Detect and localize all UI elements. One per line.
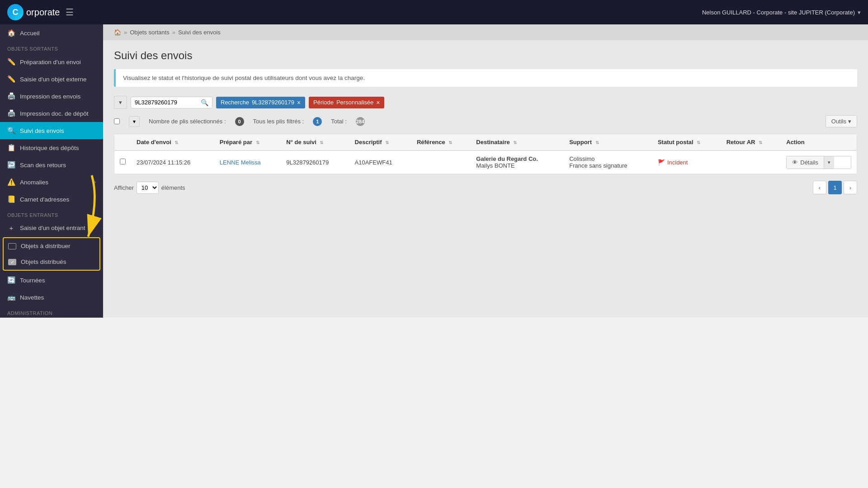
sidebar-item-preparation[interactable]: ✏️ Préparation d'un envoi: [0, 53, 103, 70]
sidebar-item-tournees[interactable]: 🔄 Tournées: [0, 272, 103, 289]
sidebar-item-impression-envois[interactable]: 🖨️ Impression des envois: [0, 88, 103, 105]
th-date[interactable]: Date d'envoi ⇅: [131, 134, 214, 150]
date-value: 23/07/2024 11:15:26: [137, 159, 190, 166]
filter-recherche-close[interactable]: ×: [297, 99, 301, 106]
sidebar-label-impression-envois: Impression des envois: [20, 93, 80, 100]
sidebar-item-saisie-entrant[interactable]: + Saisie d'un objet entrant: [0, 220, 103, 236]
breadcrumb-suivi-envois: Suivi des envois: [178, 29, 221, 36]
th-prepare[interactable]: Préparé par ⇅: [214, 134, 281, 150]
logo-text: orporate: [26, 7, 60, 18]
filter-periode-value: Personnalisée: [336, 99, 373, 106]
warning-icon: ⚠️: [7, 178, 15, 186]
breadcrumb-sep1: »: [124, 29, 127, 36]
sidebar-item-objets-distribues[interactable]: ✓ Objets distribués: [4, 254, 99, 270]
sidebar-item-accueil[interactable]: 🏠 Accueil: [0, 24, 103, 42]
main-content: 🏠 » Objets sortants » Suivi des envois S…: [103, 24, 868, 318]
outils-btn[interactable]: Outils ▾: [826, 115, 857, 127]
sidebar-label-objets-distribuer: Objets à distribuer: [21, 243, 71, 249]
navbar-left: C orporate ☰: [7, 4, 74, 20]
hamburger-menu[interactable]: ☰: [66, 7, 74, 18]
section-administration: ADMINISTRATION: [0, 306, 103, 318]
stats-bar: ▾ Nombre de plis sélectionnés : 0 Tous l…: [114, 115, 857, 127]
breadcrumb-home-icon[interactable]: 🏠: [114, 29, 121, 36]
th-descriptif[interactable]: Descriptif ⇅: [349, 134, 411, 150]
row-support: Colissimo France sans signature: [564, 150, 652, 174]
row-numero: 9L32879260179: [281, 150, 349, 174]
th-support[interactable]: Support ⇅: [564, 134, 652, 150]
select-all-checkbox[interactable]: [114, 118, 120, 124]
data-table: Date d'envoi ⇅ Préparé par ⇅ N° de suivi…: [114, 134, 857, 174]
sidebar-label-navettes: Navettes: [20, 294, 44, 301]
th-numero[interactable]: N° de suivi ⇅: [281, 134, 349, 150]
search-bar: ▾ 🔍 Recherche 9L32879260179 × Période Pe…: [114, 96, 857, 109]
row-action: 👁 Détails ▾: [781, 150, 857, 174]
sidebar-item-historique[interactable]: 📋 Historique des dépôts: [0, 139, 103, 156]
details-button[interactable]: 👁 Détails: [787, 156, 824, 169]
support-line1: Colissimo: [569, 155, 594, 162]
sidebar-item-scan-retours[interactable]: ↩️ Scan des retours: [0, 156, 103, 174]
page-title: Suivi des envois: [114, 49, 857, 62]
th-action: Action: [781, 134, 857, 150]
afficher-select[interactable]: 10 25 50: [137, 182, 159, 194]
logo[interactable]: C orporate: [7, 4, 60, 20]
sidebar-item-anomalies[interactable]: ⚠️ Anomalies ›: [0, 174, 103, 191]
sidebar-label-anomalies: Anomalies: [20, 179, 48, 186]
table-body: 23/07/2024 11:15:26 LENNE Melissa 9L3287…: [114, 150, 857, 174]
search-input-wrap: 🔍: [131, 97, 212, 108]
filter-periode-close[interactable]: ×: [376, 99, 380, 106]
details-caret-button[interactable]: ▾: [824, 156, 834, 169]
description-text: Visualisez le statut et l'historique de …: [123, 75, 365, 81]
breadcrumb-sep2: »: [172, 29, 175, 36]
filter-periode: Période Personnalisée ×: [309, 97, 384, 108]
total-badge: 284: [356, 117, 365, 126]
home-icon: 🏠: [7, 29, 15, 37]
history-icon: 📋: [7, 144, 15, 152]
row-checkbox[interactable]: [120, 159, 126, 164]
checkbox-distribues-icon: ✓: [8, 259, 16, 265]
breadcrumb: 🏠 » Objets sortants » Suivi des envois: [103, 24, 868, 40]
th-checkbox: [114, 134, 131, 150]
table: Date d'envoi ⇅ Préparé par ⇅ N° de suivi…: [114, 134, 857, 174]
user-name: Nelson GUILLARD - Corporate - site JUPIT…: [702, 9, 855, 16]
th-reference[interactable]: Référence ⇅: [411, 134, 471, 150]
sidebar-item-saisie-externe[interactable]: ✏️ Saisie d'un objet externe: [0, 70, 103, 88]
details-label: Détails: [800, 159, 818, 166]
print-icon: 🖨️: [7, 92, 15, 100]
sidebar-item-suivi-envois[interactable]: 🔍 Suivi des envois: [0, 122, 103, 139]
th-destinataire[interactable]: Destinataire ⇅: [471, 134, 564, 150]
sidebar-label-impression-depot: Impression doc. de dépôt: [20, 110, 89, 117]
logo-icon: C: [7, 4, 24, 20]
descriptif-value: A10AFEWF41: [355, 159, 392, 166]
flag-icon: 🚩: [658, 159, 665, 166]
select-all-dropdown[interactable]: ▾: [129, 116, 140, 127]
sidebar-item-impression-depot[interactable]: 🖨️ Impression doc. de dépôt: [0, 105, 103, 122]
row-reference: [411, 150, 471, 174]
sidebar-item-carnet[interactable]: 📒 Carnet d'adresses: [0, 191, 103, 208]
row-checkbox-cell: [114, 150, 131, 174]
user-info[interactable]: Nelson GUILLARD - Corporate - site JUPIT…: [702, 9, 861, 16]
th-statut[interactable]: Statut postal ⇅: [652, 134, 721, 150]
sidebar-item-objets-distribuer[interactable]: Objets à distribuer: [4, 238, 99, 254]
checkbox-distribuer-icon: [8, 243, 16, 249]
search-dropdown-btn[interactable]: ▾: [114, 96, 127, 109]
pagination: ‹ 1 ›: [813, 181, 857, 194]
next-page-btn[interactable]: ›: [844, 181, 857, 194]
row-retour: [721, 150, 781, 174]
prev-page-btn[interactable]: ‹: [813, 181, 826, 194]
navettes-icon: 🚌: [7, 293, 15, 301]
breadcrumb-objets-sortants[interactable]: Objets sortants: [130, 29, 169, 36]
row-statut: 🚩 Incident: [652, 150, 721, 174]
page-1-btn[interactable]: 1: [828, 181, 842, 194]
support-line2: France sans signature: [569, 162, 627, 169]
sidebar-label-suivi-envois: Suivi des envois: [20, 127, 64, 134]
tous-plis-badge: 1: [313, 117, 322, 126]
th-retour[interactable]: Retour AR ⇅: [721, 134, 781, 150]
row-destinataire: Galerie du Regard Co. Mailys BONTE: [471, 150, 564, 174]
prepare-par-link[interactable]: LENNE Melissa: [220, 159, 261, 166]
search-icon[interactable]: 🔍: [201, 99, 208, 106]
sidebar-item-navettes[interactable]: 🚌 Navettes: [0, 289, 103, 306]
destinataire-name: Galerie du Regard Co.: [476, 155, 538, 162]
search-input[interactable]: [135, 99, 198, 106]
afficher-label: Afficher: [114, 184, 134, 191]
filter-recherche-value: 9L32879260179: [252, 99, 294, 106]
